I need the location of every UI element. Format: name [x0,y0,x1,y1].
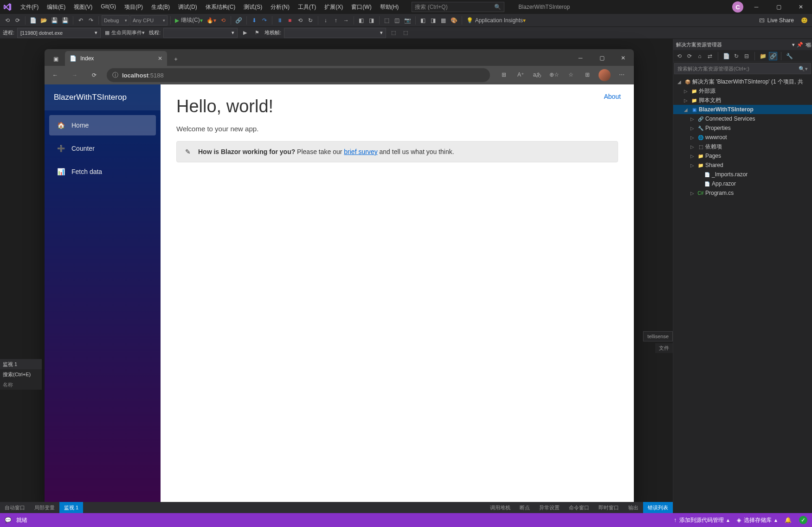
tree-script-docs[interactable]: ▷📁脚本文档 [673,96,812,105]
output-icon[interactable]: 💬 [5,517,12,523]
se-showall[interactable]: 📁 [759,52,767,60]
se-home[interactable]: ⌂ [696,52,704,60]
app-insights-button[interactable]: 💡 Application Insights ▾ [465,15,527,26]
process-dropdown[interactable]: [11980] dotnet.exe▾ [17,28,101,38]
live-share-button[interactable]: ⮹ Live Share [754,17,799,24]
tool-4[interactable]: ◫ [393,15,402,26]
menu-view[interactable]: 视图(V) [70,1,96,13]
global-search[interactable]: 搜索 (Ctrl+Q) 🔍 [412,2,504,12]
browser-minimize-button[interactable]: ─ [570,50,591,66]
se-preview[interactable]: 🔗 [769,52,777,60]
pin-icon[interactable]: 📌 [797,42,803,48]
tab-output[interactable]: 输出 [624,502,643,513]
tab-imm[interactable]: 即时窗口 [594,502,624,513]
se-properties[interactable]: 🔧 [785,52,793,60]
hot-reload-button[interactable]: 🔥▾ [205,15,218,26]
status-ok-icon[interactable]: ✓ [799,516,807,524]
translate-icon[interactable]: ⊞ [498,69,509,80]
menu-help[interactable]: 帮助(H) [376,1,403,13]
tab-close-icon[interactable]: ✕ [158,55,162,62]
browser-close-button[interactable]: ✕ [612,50,634,66]
restart-debug-button[interactable]: ⟲ [296,15,305,26]
tool-8[interactable]: ▦ [439,15,448,26]
tab-callstack[interactable]: 调用堆栈 [485,502,515,513]
new-tab-button[interactable]: ＋ [169,52,183,66]
thread-tb2[interactable]: ⚑ [252,28,262,38]
open-button[interactable]: 📂 [39,15,49,26]
redo-button[interactable]: ↷ [86,15,96,26]
se-fwd[interactable]: ⟳ [685,52,694,60]
close-button[interactable]: ✕ [792,0,810,13]
config-dropdown[interactable]: Debug▾ [102,15,129,26]
user-avatar[interactable]: C [732,1,743,13]
source-control-button[interactable]: ↑添加到源代码管理▴ [674,516,729,524]
nav-home[interactable]: 🏠 Home [49,115,156,135]
minimize-button[interactable]: ─ [747,0,766,13]
continue-button[interactable]: ▶ 继续(C) ▾ [174,15,204,26]
refresh-button[interactable]: ↻ [306,15,315,26]
nav-back-button[interactable]: ⟲ [3,15,12,26]
save-button[interactable]: 💾 [50,15,59,26]
tool-1[interactable]: ◧ [357,15,366,26]
tab-errors[interactable]: 错误列表 [643,502,673,513]
bell-icon[interactable]: 🔔 [785,517,792,523]
se-collapse[interactable]: ⊟ [742,52,751,60]
feedback-button[interactable]: 🙂 [799,15,809,26]
tree-deps[interactable]: ▷⬚依赖项 [673,142,812,151]
about-link[interactable]: About [604,93,621,100]
url-input[interactable]: ⓘ localhost:5188 [107,68,490,82]
watch-search[interactable]: 搜索(Ctrl+E) [0,369,42,379]
tab-cmd[interactable]: 命令窗口 [564,502,594,513]
nav-fetch[interactable]: 📊 Fetch data [49,161,156,182]
favorites-icon[interactable]: ☆ [565,69,576,80]
tool-9[interactable]: 🎨 [449,15,459,26]
tab-locals[interactable]: 局部变量 [30,502,59,513]
step-over-button[interactable]: ↷ [260,15,269,26]
solution-search[interactable]: 搜索解决方案资源管理器(Ctrl+;)🔍▾ [674,63,811,74]
tool-6[interactable]: ◧ [419,15,428,26]
browser-profile-avatar[interactable] [599,69,611,81]
menu-arch[interactable]: 体系结构(C) [202,1,239,13]
browser-refresh-button[interactable]: ⟳ [87,68,101,82]
tab-auto[interactable]: 自动窗口 [0,502,30,513]
platform-dropdown[interactable]: Any CPU▾ [130,15,168,26]
menu-analyze[interactable]: 分析(N) [267,1,293,13]
step-out-button[interactable]: ↑ [331,15,341,26]
maximize-button[interactable]: ▢ [769,0,788,13]
browser-back-button[interactable]: ← [48,68,62,82]
step-into-button[interactable]: ↓ [321,15,330,26]
tab-break[interactable]: 断点 [515,502,535,513]
tree-shared[interactable]: ▷📁Shared [673,161,812,170]
se-back[interactable]: ⟲ [675,52,683,60]
tree-pages[interactable]: ▷📁Pages [673,151,812,161]
file-tab[interactable]: 文件 [655,343,673,353]
stop-button[interactable]: ■ [285,15,295,26]
tree-wwwroot[interactable]: ▷🌐wwwroot [673,133,812,142]
save-all-button[interactable]: 💾 [60,15,70,26]
se-filter[interactable]: 📄 [722,52,730,60]
collections-icon[interactable]: ⊞ [582,69,593,80]
tree-properties[interactable]: ▷🔧Properties [673,123,812,133]
browser-maximize-button[interactable]: ▢ [591,50,612,66]
menu-git[interactable]: Git(G) [97,1,120,13]
se-sync[interactable]: ⇄ [706,52,714,60]
panel-menu-icon[interactable]: ▾ [792,42,795,48]
browser-menu-icon[interactable]: ⋯ [616,69,627,80]
menu-edit[interactable]: 编辑(E) [43,1,69,13]
menu-test[interactable]: 测试(S) [240,1,266,13]
tab-except[interactable]: 异常设置 [535,502,564,513]
tree-connected[interactable]: ▷🔗Connected Services [673,114,812,123]
browser-tab[interactable]: 📄 Index ✕ [65,51,167,66]
survey-link[interactable]: brief survey [344,148,377,155]
thread-tb1[interactable]: ▶ [240,28,250,38]
tool-7[interactable]: ◨ [429,15,438,26]
pause-button[interactable]: ⏸ [275,15,284,26]
watch-title[interactable]: 监视 1 [0,359,42,369]
tab-watch[interactable]: 监视 1 [59,502,83,513]
tool-5[interactable]: 📷 [403,15,412,26]
nav-fwd-button[interactable]: ⟳ [13,15,22,26]
menu-window[interactable]: 窗口(W) [348,1,375,13]
restart-button[interactable]: ⟲ [219,15,228,26]
stack-dropdown[interactable]: ▾ [284,28,386,38]
thread-dropdown[interactable]: ▾ [163,28,238,38]
